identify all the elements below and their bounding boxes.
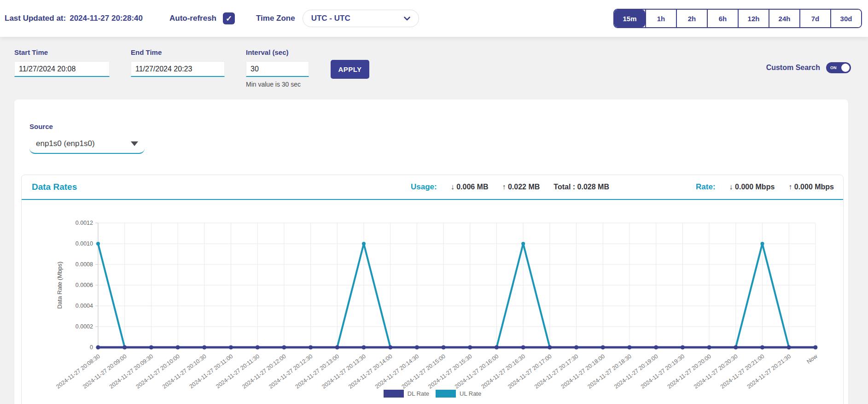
interval-hint: Min value is 30 sec — [246, 81, 301, 88]
range-button-24h[interactable]: 24h — [769, 10, 799, 27]
range-button-7d[interactable]: 7d — [799, 10, 830, 27]
svg-text:2024-11-27 20:14:30: 2024-11-27 20:14:30 — [374, 353, 420, 389]
custom-search-label: Custom Search — [766, 64, 820, 72]
last-updated-value: 2024-11-27 20:28:40 — [70, 14, 143, 23]
range-button-6h[interactable]: 6h — [707, 10, 738, 27]
svg-text:2024-11-27 20:08:30: 2024-11-27 20:08:30 — [55, 353, 101, 389]
svg-text:2024-11-27 20:19:30: 2024-11-27 20:19:30 — [640, 353, 686, 389]
svg-text:0.0006: 0.0006 — [76, 282, 93, 288]
usage-download: ↓ 0.006 MB — [451, 183, 489, 191]
svg-text:0.0004: 0.0004 — [76, 303, 93, 309]
custom-search-toggle[interactable]: ON — [826, 62, 851, 73]
legend-item-dl-rate: DL Rate — [384, 390, 429, 398]
legend-item-ul-rate: UL Rate — [436, 390, 481, 398]
range-button-15m[interactable]: 15m — [614, 10, 645, 27]
auto-refresh-checkbox[interactable]: ✓ — [223, 12, 235, 24]
interval-label: Interval (sec) — [246, 48, 289, 56]
main-panel: Source enp1s0 (enp1s0) Data Rates Usage:… — [14, 100, 848, 404]
start-time-label: Start Time — [14, 48, 48, 56]
svg-text:0: 0 — [90, 344, 93, 351]
svg-text:2024-11-27 20:14:00: 2024-11-27 20:14:00 — [347, 353, 393, 389]
svg-text:2024-11-27 20:19:00: 2024-11-27 20:19:00 — [613, 353, 659, 389]
svg-text:0.0008: 0.0008 — [76, 261, 93, 268]
last-updated-label: Last Updated at: — [5, 14, 66, 23]
svg-text:2024-11-27 20:09:00: 2024-11-27 20:09:00 — [82, 353, 128, 389]
custom-search-control: Custom Search ON — [766, 62, 851, 73]
source-value: enp1s0 (enp1s0) — [36, 139, 131, 148]
svg-text:2024-11-27 20:20:30: 2024-11-27 20:20:30 — [693, 353, 739, 389]
svg-text:2024-11-27 20:15:00: 2024-11-27 20:15:00 — [401, 353, 447, 389]
timezone-value: UTC - UTC — [311, 14, 404, 23]
svg-text:2024-11-27 20:13:30: 2024-11-27 20:13:30 — [320, 353, 367, 389]
usage-label: Usage: — [411, 182, 437, 192]
svg-text:0.0010: 0.0010 — [76, 240, 93, 247]
data-rates-chart: 00.00020.00040.00060.00080.00100.0012202… — [22, 201, 844, 389]
auto-refresh: Auto-refresh ✓ — [169, 12, 235, 24]
last-updated: Last Updated at: 2024-11-27 20:28:40 — [5, 14, 143, 23]
start-time-input[interactable] — [14, 61, 110, 77]
chart-legend: DL RateUL Rate — [22, 390, 843, 398]
toggle-on-text: ON — [830, 65, 837, 70]
toggle-knob — [841, 64, 850, 72]
chevron-down-icon — [404, 17, 410, 21]
svg-text:2024-11-27 20:12:00: 2024-11-27 20:12:00 — [241, 353, 287, 389]
usage-upload: ↑ 0.022 MB — [502, 183, 540, 191]
data-rates-header: Data Rates Usage: ↓ 0.006 MB ↑ 0.022 MB … — [22, 175, 843, 200]
legend-label: UL Rate — [460, 390, 481, 397]
auto-refresh-label: Auto-refresh — [169, 14, 216, 23]
timezone-select[interactable]: UTC - UTC — [303, 10, 419, 27]
svg-text:0.0002: 0.0002 — [76, 323, 93, 330]
source-select[interactable]: enp1s0 (enp1s0) — [29, 135, 145, 154]
svg-text:2024-11-27 20:18:30: 2024-11-27 20:18:30 — [586, 353, 632, 389]
svg-text:2024-11-27 20:09:30: 2024-11-27 20:09:30 — [108, 353, 154, 389]
time-range-group: 15m1h2h6h12h24h7d30d — [613, 9, 862, 28]
source-label: Source — [29, 123, 53, 130]
interval-input[interactable] — [246, 61, 309, 77]
legend-label: DL Rate — [408, 390, 429, 397]
svg-text:2024-11-27 20:10:30: 2024-11-27 20:10:30 — [161, 353, 207, 389]
svg-text:2024-11-27 20:10:00: 2024-11-27 20:10:00 — [135, 353, 181, 389]
svg-text:2024-11-27 20:13:00: 2024-11-27 20:13:00 — [294, 353, 340, 389]
svg-text:2024-11-27 20:15:30: 2024-11-27 20:15:30 — [427, 353, 473, 389]
svg-text:2024-11-27 20:18:00: 2024-11-27 20:18:00 — [560, 353, 606, 389]
top-bar: Last Updated at: 2024-11-27 20:28:40 Aut… — [0, 0, 868, 37]
end-time-input[interactable] — [131, 61, 225, 77]
rate-upload: ↑ 0.000 Mbps — [788, 183, 834, 191]
dashboard-page: Last Updated at: 2024-11-27 20:28:40 Aut… — [0, 0, 868, 404]
svg-text:2024-11-27 20:16:30: 2024-11-27 20:16:30 — [480, 353, 526, 389]
timezone-control: Time Zone UTC - UTC — [256, 10, 419, 27]
range-button-12h[interactable]: 12h — [738, 10, 769, 27]
panel-title: Data Rates — [32, 182, 77, 192]
timezone-label: Time Zone — [256, 14, 295, 23]
apply-button[interactable]: APPLY — [331, 60, 369, 79]
svg-text:Data Rate (Mbps): Data Rate (Mbps) — [56, 262, 63, 309]
svg-text:2024-11-27 20:17:00: 2024-11-27 20:17:00 — [507, 353, 553, 389]
rate-label: Rate: — [696, 182, 716, 192]
range-button-2h[interactable]: 2h — [676, 10, 707, 27]
svg-text:2024-11-27 20:17:30: 2024-11-27 20:17:30 — [533, 353, 579, 389]
svg-text:2024-11-27 20:11:00: 2024-11-27 20:11:00 — [188, 353, 234, 389]
svg-text:2024-11-27 20:12:30: 2024-11-27 20:12:30 — [268, 353, 314, 389]
legend-swatch — [436, 390, 456, 398]
range-button-1h[interactable]: 1h — [645, 10, 676, 27]
data-rates-card: Data Rates Usage: ↓ 0.006 MB ↑ 0.022 MB … — [21, 175, 844, 404]
svg-text:2024-11-27 20:11:30: 2024-11-27 20:11:30 — [215, 353, 261, 389]
end-time-label: End Time — [131, 48, 162, 56]
checkmark-icon: ✓ — [226, 14, 232, 23]
legend-swatch — [384, 390, 404, 398]
caret-down-icon — [131, 141, 138, 146]
rate-stats: Rate: ↓ 0.000 Mbps ↑ 0.000 Mbps — [696, 182, 834, 192]
svg-text:0.0012: 0.0012 — [76, 220, 93, 226]
svg-text:2024-11-27 20:20:00: 2024-11-27 20:20:00 — [666, 353, 712, 389]
svg-text:2024-11-27 20:21:00: 2024-11-27 20:21:00 — [719, 353, 765, 389]
rate-download: ↓ 0.000 Mbps — [729, 183, 775, 191]
range-button-30d[interactable]: 30d — [830, 10, 861, 27]
usage-total: Total : 0.028 MB — [553, 183, 609, 191]
usage-stats: Usage: ↓ 0.006 MB ↑ 0.022 MB Total : 0.0… — [411, 182, 609, 192]
svg-text:2024-11-27 20:21:30: 2024-11-27 20:21:30 — [746, 353, 792, 389]
svg-text:2024-11-27 20:16:00: 2024-11-27 20:16:00 — [454, 353, 500, 389]
svg-text:Now: Now — [805, 353, 819, 365]
